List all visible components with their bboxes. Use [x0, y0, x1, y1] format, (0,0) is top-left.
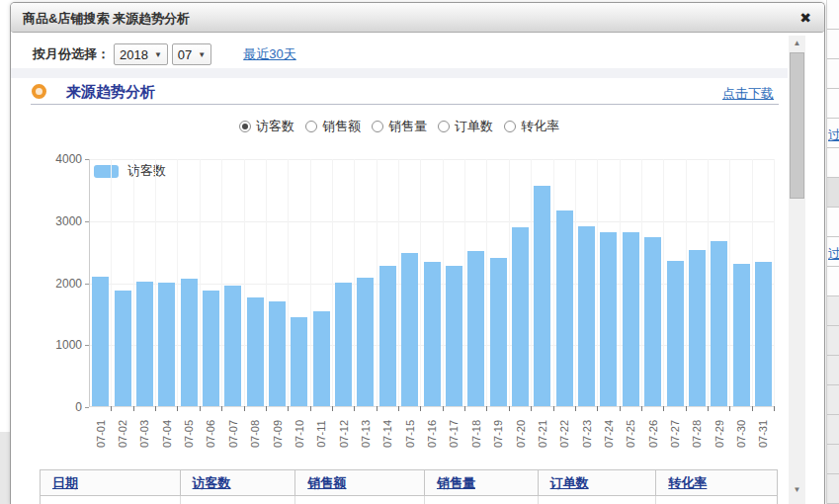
bar-07-24[interactable] [600, 232, 617, 406]
x-tick-label: 07-28 [690, 414, 704, 454]
column-header-4[interactable]: 销售量 [425, 470, 539, 496]
bar-07-16[interactable] [424, 262, 441, 406]
bar-07-26[interactable] [644, 237, 661, 406]
bar-07-10[interactable] [291, 317, 307, 406]
bar-07-12[interactable] [335, 283, 352, 406]
bar-07-18[interactable] [467, 251, 484, 406]
close-icon[interactable]: ✖ [799, 9, 811, 27]
bar-07-15[interactable] [401, 253, 418, 406]
metric-option-label: 访客数 [256, 118, 294, 135]
bar-07-07[interactable] [224, 286, 241, 406]
table-cell-stub [41, 496, 181, 504]
column-header-2[interactable]: 访客数 [181, 470, 296, 496]
metric-option-label: 销售额 [322, 118, 361, 135]
bar-07-23[interactable] [578, 226, 595, 406]
table-cell-stub [539, 496, 657, 504]
dialog-title: 商品&店铺搜索 来源趋势分析 [23, 10, 190, 28]
chart-column-07-29: 07-29 [709, 159, 730, 406]
x-tick-label: 07-21 [536, 414, 549, 454]
background-table-row [827, 208, 839, 237]
column-header-3[interactable]: 销售额 [295, 470, 425, 496]
bar-07-03[interactable] [136, 282, 153, 406]
column-header-1[interactable]: 日期 [41, 470, 181, 496]
background-table-row [827, 267, 839, 296]
bar-07-19[interactable] [490, 258, 507, 406]
bar-07-04[interactable] [158, 283, 175, 406]
chart-column-07-16: 07-16 [421, 159, 443, 406]
bar-07-30[interactable] [733, 264, 750, 406]
x-tick-label: 07-22 [557, 414, 571, 454]
bar-07-27[interactable] [667, 261, 684, 407]
bar-07-05[interactable] [181, 279, 198, 406]
x-tick [398, 406, 399, 411]
bar-07-08[interactable] [247, 297, 264, 406]
bar-07-17[interactable] [446, 266, 462, 407]
bar-07-29[interactable] [711, 241, 727, 407]
background-table-row [827, 326, 839, 356]
chart-column-07-01: 07-01 [90, 159, 112, 406]
chart-column-07-26: 07-26 [642, 159, 664, 406]
y-tick [85, 407, 89, 408]
x-tick-label: 07-05 [182, 414, 196, 454]
bar-07-22[interactable] [556, 210, 573, 406]
scroll-up-icon[interactable]: ▲ [789, 36, 805, 50]
metric-option-2[interactable]: 销售额 [305, 118, 361, 135]
bar-07-09[interactable] [269, 301, 286, 406]
column-header-5[interactable]: 订单数 [539, 470, 657, 496]
download-link[interactable]: 点击下载 [722, 85, 774, 103]
x-tick-label: 07-06 [204, 414, 217, 454]
bar-07-21[interactable] [534, 186, 550, 406]
bar-07-02[interactable] [115, 291, 131, 407]
radio-icon[interactable] [372, 121, 383, 132]
recent-30-days-link[interactable]: 最近30天 [243, 45, 295, 63]
x-tick-label: 07-30 [734, 414, 748, 454]
table-header-row: 日期访客数销售额销售量订单数转化率 [41, 470, 777, 496]
vertical-scrollbar[interactable]: ▲ ▼ [789, 36, 805, 504]
bar-07-06[interactable] [203, 291, 219, 407]
bar-07-01[interactable] [92, 277, 109, 406]
x-tick-label: 07-13 [359, 414, 373, 454]
month-select[interactable]: 07 ▼ [172, 43, 211, 65]
bar-07-14[interactable] [379, 266, 396, 407]
background-link[interactable]: 过 [828, 245, 839, 263]
radio-icon[interactable] [438, 121, 450, 132]
x-tick-label: 07-20 [514, 414, 528, 454]
bar-07-25[interactable] [623, 232, 639, 406]
scroll-down-icon[interactable]: ▼ [789, 482, 805, 497]
x-tick [420, 406, 421, 411]
background-link[interactable]: 过 [828, 126, 839, 144]
x-tick-label: 07-23 [580, 414, 594, 454]
bar-07-31[interactable] [755, 262, 772, 406]
table-cell-stub [295, 496, 425, 504]
x-tick [244, 406, 245, 411]
bar-07-11[interactable] [313, 311, 330, 406]
background-table-row [827, 59, 839, 89]
chart-column-07-24: 07-24 [598, 159, 620, 406]
x-tick [221, 406, 222, 411]
chart-column-07-23: 07-23 [576, 159, 598, 406]
chart-column-07-15: 07-15 [399, 159, 421, 406]
chart-column-07-09: 07-09 [267, 159, 289, 406]
metric-option-1[interactable]: 访客数 [239, 118, 294, 135]
chart-column-07-21: 07-21 [532, 159, 553, 406]
x-tick-label: 07-10 [293, 414, 306, 454]
bar-07-28[interactable] [689, 250, 706, 406]
x-tick [443, 406, 444, 411]
metric-option-5[interactable]: 转化率 [504, 118, 559, 135]
scrollbar-thumb[interactable] [790, 52, 804, 199]
x-tick [310, 406, 311, 411]
x-tick-label: 07-15 [403, 414, 417, 454]
metric-option-4[interactable]: 订单数 [438, 118, 493, 135]
radio-icon[interactable] [239, 121, 251, 132]
month-select-value: 07 [178, 47, 192, 62]
data-table: 日期访客数销售额销售量订单数转化率 [40, 469, 778, 504]
bar-07-20[interactable] [512, 227, 529, 406]
metric-option-3[interactable]: 销售量 [372, 118, 427, 135]
chart-column-07-14: 07-14 [378, 159, 399, 406]
radio-icon[interactable] [305, 121, 317, 132]
chart-column-07-05: 07-05 [178, 159, 200, 406]
bar-07-13[interactable] [357, 278, 374, 406]
column-header-6[interactable]: 转化率 [656, 470, 777, 496]
year-select[interactable]: 2018 ▼ [114, 43, 168, 65]
radio-icon[interactable] [504, 121, 516, 132]
